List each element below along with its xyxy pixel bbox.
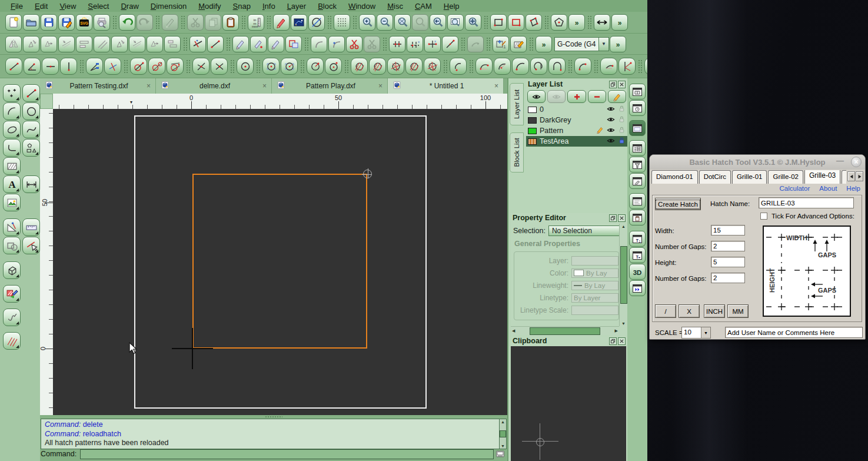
help-link[interactable]: Help <box>846 185 860 192</box>
width-input[interactable]: 15 <box>711 225 745 236</box>
line-tools-button[interactable] <box>22 84 40 102</box>
menu-view[interactable]: View <box>54 2 82 11</box>
shapes-more-button[interactable]: » <box>568 14 585 31</box>
menu-select[interactable]: Select <box>82 2 115 11</box>
op-button-x[interactable]: X <box>679 304 700 318</box>
cut-button[interactable] <box>187 14 204 31</box>
image-tool-button[interactable] <box>3 194 21 211</box>
select-tools-button[interactable] <box>22 237 40 254</box>
zoom-selection-button[interactable] <box>412 14 428 31</box>
widget-filter-button[interactable] <box>629 157 646 173</box>
modify-point-button[interactable] <box>442 36 458 52</box>
circle-tangent-3-button[interactable] <box>387 58 404 75</box>
arc-vertical-button[interactable] <box>548 58 566 75</box>
hatch-tab-grille-02[interactable]: Grille-02 <box>768 170 803 184</box>
widget-recent-button[interactable] <box>629 100 646 116</box>
scroll-left-icon[interactable]: ◀ <box>512 329 515 333</box>
clip-cut-off-button[interactable] <box>364 36 380 52</box>
command-history-scrollbar[interactable]: ▲ ▼ <box>499 419 507 449</box>
keyboard-icon[interactable] <box>495 449 505 459</box>
circle-tangent-5-button[interactable] <box>424 58 441 75</box>
command-input[interactable] <box>80 449 494 459</box>
auto-trim-button[interactable] <box>268 36 284 52</box>
hatch-tab-dotcirc[interactable]: DotCirc <box>699 170 731 184</box>
side-tab-layer-list[interactable]: Layer List <box>510 83 524 125</box>
line-bisector-button[interactable] <box>86 58 103 75</box>
edit-block-button[interactable] <box>285 36 302 52</box>
layer-visible-eye-icon[interactable] <box>607 115 615 125</box>
clip-cut-button[interactable] <box>346 36 363 52</box>
circle-point-button[interactable] <box>325 58 342 75</box>
open-file-button[interactable] <box>23 14 39 31</box>
arc-end-button[interactable] <box>600 58 617 75</box>
line-cross-2-button[interactable] <box>211 58 228 75</box>
scroll-up-icon[interactable]: ▲ <box>621 224 626 228</box>
zoom-in-button[interactable] <box>359 14 375 31</box>
close-panel-icon[interactable] <box>618 81 626 88</box>
hatch-tab-diamond-01[interactable]: Diamond-01 <box>651 170 698 184</box>
project-button[interactable] <box>147 36 163 52</box>
hide-all-layers-button[interactable] <box>547 90 566 103</box>
property-value-control[interactable]: By Layer <box>571 293 618 303</box>
selection-views-button[interactable] <box>291 14 307 31</box>
line-tangent-3-button[interactable] <box>167 58 184 75</box>
circle-center-radius-button[interactable] <box>307 58 324 75</box>
hatch-edit-button[interactable] <box>510 36 527 52</box>
tab-scroll-left-icon[interactable] <box>847 171 855 181</box>
layer-unlocked-icon[interactable] <box>618 115 626 125</box>
move-button[interactable] <box>41 36 57 52</box>
save-button[interactable] <box>41 14 57 31</box>
add-layer-button[interactable] <box>567 90 586 103</box>
edit-pencil-icon[interactable] <box>596 126 604 135</box>
modify-more-button[interactable]: » <box>536 36 552 52</box>
arc-convert-button[interactable] <box>467 36 484 52</box>
solid-tools-button[interactable] <box>3 261 21 279</box>
ruler-tool-button[interactable] <box>22 218 40 236</box>
line-tangent-2-button[interactable] <box>148 58 165 75</box>
circle-tangent-1-button[interactable] <box>351 58 368 75</box>
save-as-button[interactable] <box>58 14 75 31</box>
widget-3d-button[interactable]: 3D <box>629 264 646 280</box>
chevron-down-icon[interactable]: ▼ <box>701 327 710 338</box>
scroll-up-icon[interactable]: ▲ <box>501 420 505 424</box>
float-panel-icon[interactable] <box>609 337 617 345</box>
menu-draw[interactable]: Draw <box>115 2 144 11</box>
close-panel-icon[interactable] <box>618 214 626 222</box>
tab--untitled-1[interactable]: * Untitled 1× <box>388 78 504 94</box>
zoom-pan-button[interactable] <box>465 14 481 31</box>
scale-key-point-button[interactable]: x <box>424 36 441 52</box>
height-input[interactable]: 5 <box>711 257 745 267</box>
arc-tangent-button[interactable] <box>574 58 591 75</box>
widget-list-button[interactable] <box>629 140 646 156</box>
scroll-down-icon[interactable]: ▼ <box>501 444 505 448</box>
drawing-unit-button[interactable]: inmmm <box>248 14 264 31</box>
rotate-button[interactable] <box>23 36 39 52</box>
menu-window[interactable]: Window <box>342 2 381 11</box>
circle-tangent-2-button[interactable] <box>369 58 386 75</box>
export-svg-button[interactable]: SVG <box>76 14 92 31</box>
menu-help[interactable]: Help <box>438 2 465 11</box>
op-button-/[interactable]: / <box>655 304 676 318</box>
close-icon[interactable]: × <box>851 157 862 167</box>
selection-dropdown[interactable]: No Selection <box>548 225 625 236</box>
modify-erase-button[interactable] <box>162 14 178 31</box>
property-horizontal-scrollbar[interactable]: ◀ ▶ <box>511 326 619 335</box>
scrollbar-thumb[interactable] <box>500 430 506 437</box>
zoom-previous-button[interactable] <box>430 14 446 31</box>
align-button[interactable] <box>164 36 181 52</box>
break-out-segment-button[interactable] <box>250 36 267 52</box>
scrollbar-thumb[interactable] <box>530 327 600 335</box>
edit-layer-button[interactable] <box>608 90 626 103</box>
widget-command-button[interactable] <box>629 193 646 209</box>
chamfer-button[interactable] <box>328 36 345 52</box>
close-panel-icon[interactable] <box>618 337 626 345</box>
close-tab-icon[interactable]: × <box>262 82 267 90</box>
mirror-button[interactable] <box>5 36 22 52</box>
arc-3-points-button[interactable] <box>475 58 493 75</box>
grid-toggle-button[interactable] <box>334 14 350 31</box>
calculator-link[interactable]: Calculator <box>780 185 810 192</box>
circle-center-point-button[interactable] <box>237 58 254 75</box>
circle-tools-button[interactable] <box>22 102 40 120</box>
divide-button[interactable] <box>232 36 249 52</box>
gcode-more-button[interactable]: » <box>610 36 626 52</box>
